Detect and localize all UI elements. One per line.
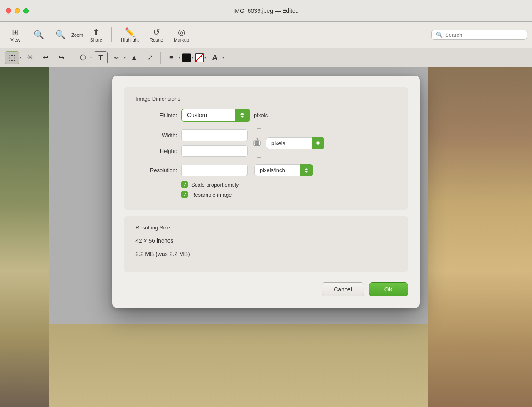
resulting-size-title: Resulting Size [135, 224, 397, 231]
dimension-inputs: Width: 3024 Height: 4032 [135, 129, 248, 157]
toolbar-share-group: ⬆ Share [86, 25, 106, 44]
stroke-color-arrow: ▾ [204, 56, 206, 59]
dimensions-section: Width: 3024 Height: 4032 [135, 127, 397, 159]
stroke-color-group: ▾ [195, 53, 206, 62]
selection-tool-arrow: ▾ [20, 56, 21, 59]
border-style-arrow: ▾ [179, 56, 180, 59]
toolbar-highlight-group: ✏️ Highlight [117, 25, 143, 44]
search-bar[interactable]: 🔍 [431, 30, 527, 40]
ok-button[interactable]: OK [369, 282, 408, 296]
fit-into-wrapper: Custom [181, 109, 250, 122]
rotate-label: Rotate [150, 37, 163, 42]
height-label: Height: [135, 148, 177, 154]
fill-color-group: ▾ [182, 53, 193, 62]
shape-tool-arrow: ▾ [90, 56, 92, 59]
close-button[interactable] [6, 8, 11, 13]
fit-into-select[interactable]: Custom [181, 109, 250, 122]
search-input[interactable] [445, 32, 522, 38]
image-dimensions-dialog: Image Dimensions Fit into: Custom pixels [112, 76, 420, 308]
title-bar: IMG_6039.jpeg — Edited [0, 0, 532, 22]
font-arrow: ▾ [222, 56, 224, 59]
window-controls[interactable] [6, 8, 29, 13]
text-tool[interactable]: T [94, 51, 108, 64]
height-input[interactable]: 4032 [181, 145, 248, 157]
markup-separator-1 [72, 52, 72, 64]
stroke-color-swatch[interactable] [195, 53, 204, 62]
unit-select[interactable]: pixels inches cm [266, 137, 324, 149]
resolution-unit-wrapper: pixels/inch pixels/cm [254, 164, 313, 176]
markup-label: Markup [174, 37, 189, 42]
resolution-unit-select[interactable]: pixels/inch pixels/cm [254, 164, 313, 176]
scale-proportionally-label: Scale proportionally [191, 182, 239, 188]
resolution-label: Resolution: [135, 167, 177, 173]
share-icon: ⬆ [93, 27, 100, 37]
main-toolbar: ⊞ View 🔍 🔍 Zoom ⬆ Share ✏️ Highlight ↺ R… [0, 22, 532, 48]
fill-color-arrow: ▾ [192, 56, 193, 59]
resolution-unit-select-wrapper: pixels/inch pixels/cm [254, 164, 313, 176]
toolbar-rotate-group: ↺ Rotate [145, 25, 167, 44]
smart-lasso-tool[interactable]: ↪ [54, 51, 69, 64]
share-label: Share [90, 37, 102, 42]
sign-tool-arrow: ▾ [124, 56, 126, 59]
highlight-button[interactable]: ✏️ Highlight [117, 25, 143, 44]
resolution-input[interactable]: 72 [181, 165, 248, 176]
highlight-icon: ✏️ [125, 27, 135, 37]
adjust-tool[interactable]: ▲ [127, 51, 141, 64]
resize-tool[interactable]: ⤢ [143, 51, 157, 64]
shape-tool[interactable]: ⬡ [76, 51, 90, 64]
scale-proportionally-row: Scale proportionally [181, 181, 397, 188]
pixels-unit-wrapper: pixels inches cm [266, 137, 324, 149]
width-input[interactable]: 3024 [181, 129, 248, 141]
fit-into-row: Fit into: Custom pixels [135, 109, 397, 122]
rotate-button[interactable]: ↺ Rotate [145, 25, 167, 44]
zoom-in-button[interactable]: 🔍 [50, 28, 71, 42]
lasso-tool[interactable]: ↩ [39, 51, 53, 64]
zoom-out-button[interactable]: 🔍 [28, 28, 49, 42]
toolbar-separator-1 [111, 27, 112, 42]
dialog-buttons: Cancel OK [124, 281, 408, 296]
zoom-out-icon: 🔍 [34, 30, 44, 39]
image-dimensions-section: Image Dimensions Fit into: Custom pixels [124, 87, 408, 210]
toolbar-zoom-group: 🔍 🔍 Zoom [28, 28, 83, 42]
sign-tool[interactable]: ✒ [109, 51, 123, 64]
markup-button[interactable]: ◎ Markup [170, 25, 193, 44]
fit-into-unit: pixels [254, 112, 268, 118]
markup-separator-2 [160, 52, 161, 64]
zoom-label: Zoom [71, 32, 83, 37]
width-label: Width: [135, 132, 177, 138]
highlight-label: Highlight [121, 37, 139, 42]
lock-bracket-svg [251, 127, 263, 159]
resolution-row: Resolution: 72 pixels/inch pixels/cm [135, 164, 397, 176]
maximize-button[interactable] [23, 8, 29, 13]
share-button[interactable]: ⬆ Share [86, 25, 106, 44]
window-title: IMG_6039.jpeg — Edited [233, 7, 298, 14]
selection-tool[interactable]: ⬚ [5, 51, 19, 64]
resample-image-checkbox[interactable] [181, 191, 188, 198]
fill-color-swatch[interactable] [182, 53, 191, 62]
resample-image-label: Resample image [191, 192, 232, 198]
lock-bracket [251, 127, 263, 159]
view-label: View [10, 37, 20, 42]
font-tool[interactable]: A [208, 51, 222, 64]
markup-toolbar: ⬚ ▾ ✳ ↩ ↪ ⬡ ▾ T ✒ ▾ ▲ ⤢ ≡ ▾ ▾ ▾ A ▾ [0, 48, 532, 67]
markup-icon: ◎ [178, 27, 185, 37]
scale-proportionally-checkbox[interactable] [181, 181, 188, 188]
width-row: Width: 3024 [135, 129, 248, 141]
rotate-icon: ↺ [153, 27, 160, 37]
zoom-in-icon: 🔍 [55, 30, 66, 39]
svg-rect-1 [255, 141, 259, 145]
cancel-button[interactable]: Cancel [322, 282, 364, 296]
font-group: A ▾ [208, 51, 224, 64]
view-button[interactable]: ⊞ View [5, 25, 26, 44]
border-style-tool[interactable]: ≡ [164, 51, 178, 64]
result-filesize: 2.2 MB (was 2.2 MB) [135, 251, 397, 257]
minimize-button[interactable] [15, 8, 20, 13]
magic-wand-tool[interactable]: ✳ [23, 51, 37, 64]
section-title: Image Dimensions [135, 96, 397, 102]
resulting-size-section: Resulting Size 42 × 56 inches 2.2 MB (wa… [124, 216, 408, 272]
height-row: Height: 4032 [135, 145, 248, 157]
result-dimensions: 42 × 56 inches [135, 237, 397, 244]
toolbar-markup-group: ◎ Markup [170, 25, 193, 44]
selection-tool-group: ⬚ ▾ [5, 51, 21, 64]
border-style-group: ≡ ▾ [164, 51, 180, 64]
